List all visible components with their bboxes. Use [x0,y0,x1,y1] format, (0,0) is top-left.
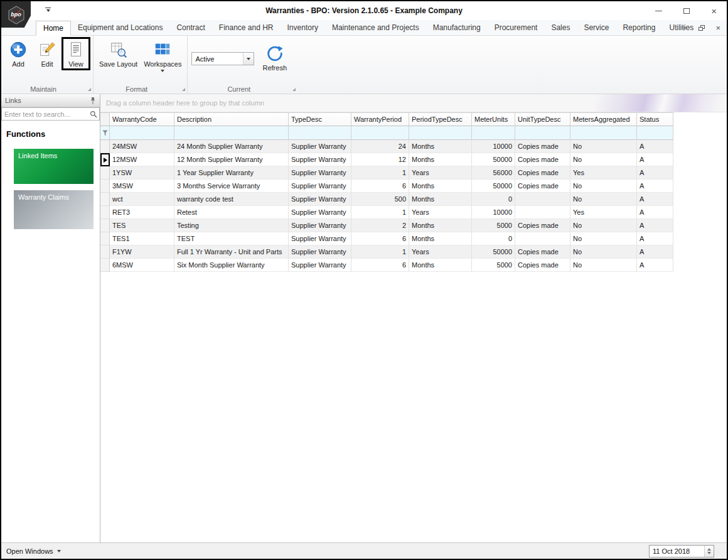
grid-cell-metersaggregated[interactable]: No [570,232,637,245]
grid-cell-description[interactable]: Testing [174,219,289,232]
date-spinner[interactable] [704,546,714,557]
filter-cell-periodtypedesc[interactable] [409,126,472,140]
column-header-typedesc[interactable]: TypeDesc [289,112,351,126]
grid-cell-status[interactable]: A [637,193,673,206]
grid-cell-typedesc[interactable]: Supplier Warranty [289,180,351,193]
grid-cell-typedesc[interactable]: Supplier Warranty [289,153,351,166]
grid-cell-warrantyperiod[interactable]: 2 [351,219,409,232]
table-row[interactable]: TESTestingSupplier Warranty2Months5000Co… [100,219,727,232]
row-indicator[interactable] [100,219,110,232]
filter-cell-meterunits[interactable] [472,126,515,140]
column-header-warrantycode[interactable]: WarrantyCode [110,112,174,126]
grid-cell-unittypedesc[interactable]: Copies made [515,219,570,232]
grid-cell-description[interactable]: Six Month Supplier Warranty [174,259,289,272]
sidebar-item-warranty-claims[interactable]: Warranty Claims [14,190,94,229]
tab-reporting[interactable]: Reporting [616,21,662,35]
grid-cell-warrantyperiod[interactable]: 1 [351,206,409,219]
grid-cell-unittypedesc[interactable] [515,206,570,219]
grid-cell-description[interactable]: Full 1 Yr Warranty - Unit and Parts [174,245,289,259]
sidebar-item-linked-items[interactable]: Linked Items [14,149,94,184]
grid-cell-warrantycode[interactable]: TES [110,219,174,232]
grid-cell-meterunits[interactable]: 50000 [472,245,515,259]
tab-sales[interactable]: Sales [544,21,577,35]
row-indicator[interactable] [100,206,110,219]
grid-cell-unittypedesc[interactable]: Copies made [515,180,570,193]
grid-cell-warrantycode[interactable]: wct [110,193,174,206]
grid-cell-meterunits[interactable]: 56000 [472,166,515,180]
column-header-metersaggregated[interactable]: MetersAggregated [570,112,637,126]
tab-inventory[interactable]: Inventory [281,21,325,35]
table-row[interactable]: 3MSW3 Months Service WarrantySupplier Wa… [100,180,727,193]
grid-cell-unittypedesc[interactable]: Copies made [515,140,570,153]
grid-cell-status[interactable]: A [637,153,673,166]
grid-cell-metersaggregated[interactable]: No [570,219,637,232]
save-layout-button[interactable]: Save Layout [97,38,139,69]
grid-cell-typedesc[interactable]: Supplier Warranty [289,140,351,153]
grid-cell-metersaggregated[interactable]: Yes [570,166,637,180]
grid-cell-warrantycode[interactable]: RET3 [110,206,174,219]
grid-cell-meterunits[interactable]: 10000 [472,140,515,153]
tab-manufacturing[interactable]: Manufacturing [426,21,488,35]
filter-cell-unittypedesc[interactable] [515,126,570,140]
filter-cell-typedesc[interactable] [289,126,351,140]
grid-cell-warrantycode[interactable]: F1YW [110,245,174,259]
grid-cell-meterunits[interactable]: 5000 [472,219,515,232]
grid-cell-warrantyperiod[interactable]: 12 [351,153,409,166]
grid-cell-warrantycode[interactable]: 12MSW [110,153,174,166]
grid-cell-warrantyperiod[interactable]: 6 [351,259,409,272]
grid-cell-metersaggregated[interactable]: No [570,259,637,272]
grid-cell-meterunits[interactable]: 50000 [472,153,515,166]
filter-cell-description[interactable] [174,126,289,140]
grid-cell-description[interactable]: TEST [174,232,289,245]
grid-cell-meterunits[interactable]: 0 [472,232,515,245]
grid-cell-typedesc[interactable]: Supplier Warranty [289,219,351,232]
maximize-icon[interactable] [683,8,690,14]
grid-cell-unittypedesc[interactable]: Copies made [515,245,570,259]
grid-cell-description[interactable]: 12 Month Supplier Warranty [174,153,289,166]
grid-cell-unittypedesc[interactable]: Copies made [515,153,570,166]
grid-cell-warrantycode[interactable]: 24MSW [110,140,174,153]
grid-cell-status[interactable]: A [637,166,673,180]
row-indicator[interactable] [100,259,110,272]
table-row[interactable]: 12MSW12 Month Supplier WarrantySupplier … [100,153,727,166]
row-indicator[interactable] [100,232,110,245]
grid-cell-periodtypedesc[interactable]: Months [409,153,472,166]
grid-cell-status[interactable]: A [637,232,673,245]
row-indicator[interactable] [100,180,110,193]
grid-cell-periodtypedesc[interactable]: Years [409,166,472,180]
grid-cell-metersaggregated[interactable]: Yes [570,206,637,219]
search-icon[interactable] [88,110,99,118]
grid-cell-typedesc[interactable]: Supplier Warranty [289,206,351,219]
grid-cell-typedesc[interactable]: Supplier Warranty [289,232,351,245]
status-filter-dropdown-button[interactable] [243,53,254,65]
status-filter-combobox[interactable]: Active [191,52,254,65]
column-header-warrantyperiod[interactable]: WarrantyPeriod [351,112,409,126]
table-row[interactable]: 24MSW24 Month Supplier WarrantySupplier … [100,140,727,153]
grid-cell-meterunits[interactable]: 10000 [472,206,515,219]
group-by-bar[interactable]: Drag a column header here to group by th… [100,94,727,112]
grid-cell-status[interactable]: A [637,219,673,232]
grid-cell-status[interactable]: A [637,140,673,153]
table-row[interactable]: wctwarranty code testSupplier Warranty50… [100,193,727,206]
row-indicator[interactable] [100,153,110,166]
tab-home[interactable]: Home [36,21,71,36]
grid-cell-periodtypedesc[interactable]: Months [409,259,472,272]
grid-cell-description[interactable]: 1 Year Supplier Warranty [174,166,289,180]
grid-cell-warrantycode[interactable]: 3MSW [110,180,174,193]
grid-cell-metersaggregated[interactable]: No [570,140,637,153]
workspaces-button[interactable]: Workspaces [142,38,183,73]
grid-cell-typedesc[interactable]: Supplier Warranty [289,193,351,206]
grid-cell-unittypedesc[interactable] [515,193,570,206]
add-button[interactable]: Add [5,38,31,69]
grid-cell-status[interactable]: A [637,259,673,272]
grid-cell-status[interactable]: A [637,206,673,219]
search-input[interactable] [2,110,88,118]
close-icon[interactable]: × [711,6,717,16]
column-header-unittypedesc[interactable]: UnitTypeDesc [515,112,570,126]
grid-cell-typedesc[interactable]: Supplier Warranty [289,166,351,180]
grid-cell-periodtypedesc[interactable]: Months [409,193,472,206]
edit-button[interactable]: Edit [34,38,60,69]
minimize-icon[interactable] [655,11,662,11]
column-header-meterunits[interactable]: MeterUnits [472,112,515,126]
tab-finance-and-hr[interactable]: Finance and HR [212,21,281,35]
